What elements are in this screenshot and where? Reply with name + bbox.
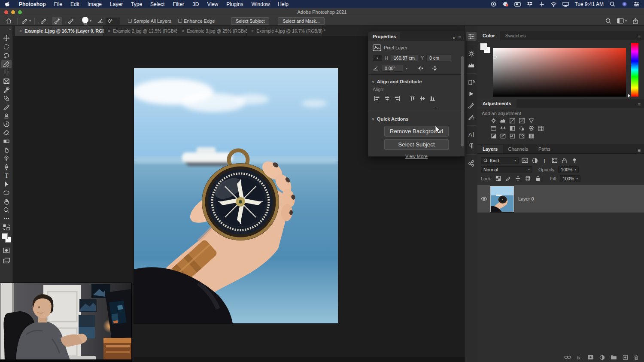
clone-stamp-tool[interactable] [1, 111, 12, 120]
menu-clock[interactable]: Tue 9:41 AM [574, 1, 604, 7]
wifi-icon[interactable] [550, 1, 557, 7]
view-more-link[interactable]: View More [368, 154, 465, 159]
collapse-tools-icon[interactable]: » [9, 27, 11, 31]
menu-type[interactable]: Type [131, 1, 142, 7]
quick-select-subject-button[interactable]: Select Subject [384, 139, 449, 150]
adjustment-color-balance-icon[interactable] [500, 125, 506, 131]
smudge-tool[interactable] [1, 146, 12, 154]
adjustment-invert-icon[interactable] [490, 133, 497, 139]
adjustment-color-lookup-icon[interactable] [538, 125, 544, 131]
adjustment-hue-saturation-icon[interactable] [490, 125, 497, 131]
airplay-icon[interactable] [562, 1, 569, 7]
dropbox-icon[interactable] [526, 1, 533, 7]
adjustment-black-white-icon[interactable] [509, 125, 516, 131]
tab-layers[interactable]: Layers [477, 145, 503, 153]
properties-panel-icon[interactable] [466, 32, 477, 41]
swap-colors-icon[interactable] [1, 223, 12, 231]
align-distribute-section-header[interactable]: ∨ Align and Distribute [368, 77, 465, 86]
brush-settings-panel-icon[interactable] [466, 101, 477, 110]
flip-vertical-icon[interactable] [431, 65, 438, 71]
sample-all-layers-checkbox[interactable]: Sample All Layers [128, 18, 171, 24]
menu-window[interactable]: Window [252, 1, 270, 7]
new-adjustment-layer-icon[interactable] [599, 355, 605, 361]
shape-tool[interactable] [1, 189, 12, 197]
tab-channels[interactable]: Channels [503, 145, 533, 153]
home-icon[interactable] [3, 17, 14, 25]
layer-visibility-eye-icon[interactable] [477, 197, 490, 201]
y-position-field[interactable]: 0 cm [426, 55, 451, 61]
control-center-icon[interactable] [633, 1, 640, 7]
display-icon[interactable] [514, 1, 521, 7]
histogram-panel-icon[interactable] [466, 61, 477, 70]
panel-menu-icon[interactable]: ≡ [638, 147, 641, 153]
share-icon[interactable] [630, 17, 641, 25]
align-left-edges-icon[interactable] [373, 95, 382, 101]
marquee-tool[interactable] [1, 43, 12, 51]
actions-panel-icon[interactable] [466, 89, 477, 98]
spotlight-icon[interactable] [609, 1, 616, 7]
hue-slider-handle[interactable] [628, 94, 630, 97]
tab-color[interactable]: Color [477, 31, 500, 40]
menu-edit[interactable]: Edit [70, 1, 79, 7]
collapse-panel-icon[interactable]: » [453, 35, 456, 41]
character-panel-icon[interactable]: A [466, 130, 477, 139]
transform-collapse-chevron[interactable]: ▾ [373, 55, 382, 61]
properties-scrollbar[interactable] [461, 56, 464, 146]
panel-menu-icon[interactable]: ≡ [638, 102, 641, 108]
close-icon[interactable]: × [251, 28, 254, 33]
add-to-selection-brush-icon[interactable] [52, 17, 62, 25]
align-horizontal-centers-icon[interactable] [383, 95, 392, 101]
layer-style-fx-icon[interactable]: fx. [577, 355, 582, 360]
adjustment-channel-mixer-icon[interactable] [528, 125, 535, 131]
gradient-tool[interactable] [1, 137, 12, 146]
tab-example-2[interactable]: × Example 2.jpg @ 12.5% (RGB/8) * [103, 26, 177, 36]
menu-plugins[interactable]: Plugins [226, 1, 243, 7]
tab-example-4[interactable]: × Example 4.jpg @ 16.7% (RGB/8) * [247, 26, 322, 36]
brush-tool[interactable] [1, 103, 12, 111]
opacity-field[interactable]: 100% ▾ [558, 166, 579, 173]
record-icon[interactable] [490, 1, 497, 7]
menu-view[interactable]: View [207, 1, 218, 7]
quick-mask-mode-icon[interactable] [1, 246, 12, 255]
close-icon[interactable]: × [108, 28, 110, 33]
zoom-tool[interactable] [1, 206, 12, 214]
eyedropper-tool[interactable] [1, 85, 12, 94]
lock-pixels-icon[interactable] [504, 176, 512, 181]
eraser-tool[interactable] [1, 128, 12, 137]
adjustment-levels-icon[interactable] [500, 118, 506, 124]
tab-example-1[interactable]: × Example 1.jpg @ 16.7% (Layer 0, RGB/8)… [15, 26, 103, 36]
close-icon[interactable]: × [182, 28, 184, 33]
foreground-color-swatch[interactable] [480, 43, 487, 50]
layer-name[interactable]: Layer 0 [518, 196, 534, 201]
tool-preset-picker[interactable]: ▾ [21, 18, 31, 24]
close-icon[interactable]: × [19, 28, 22, 33]
hand-tool[interactable] [1, 197, 12, 206]
chevron-down-icon[interactable]: ▾ [406, 67, 407, 70]
filter-shape-layers-icon[interactable] [551, 158, 558, 163]
adjustment-vibrance-icon[interactable] [528, 118, 535, 124]
select-subject-button[interactable]: Select Subject [231, 17, 269, 25]
plus-menu-icon[interactable] [538, 1, 545, 7]
align-more-options-icon[interactable]: … [368, 104, 465, 109]
libraries-panel-icon[interactable] [466, 158, 477, 167]
filter-type-layers-icon[interactable]: T [541, 158, 548, 163]
color-picker-handle[interactable] [493, 55, 497, 59]
adjustment-threshold-icon[interactable] [509, 133, 516, 139]
panel-menu-icon[interactable]: ≡ [458, 35, 461, 41]
adjustment-brightness-contrast-icon[interactable] [490, 118, 497, 124]
color-foreground-background-swatches[interactable] [480, 43, 491, 54]
adjustment-exposure-icon[interactable] [519, 118, 525, 124]
tab-example-3[interactable]: × Example 3.jpg @ 25% (RGB/8) * [177, 26, 247, 36]
lock-all-icon[interactable] [534, 176, 541, 181]
menu-filter[interactable]: Filter [173, 1, 184, 7]
type-tool[interactable]: T [1, 171, 12, 180]
siri-icon[interactable] [621, 1, 628, 7]
tab-properties[interactable]: Properties [368, 32, 400, 41]
lock-position-icon[interactable] [514, 176, 522, 181]
notification-app-icon[interactable] [502, 1, 509, 7]
lasso-tool[interactable] [1, 51, 12, 60]
adjustment-selective-color-icon[interactable] [528, 133, 535, 139]
new-selection-brush-icon[interactable] [38, 17, 49, 25]
history-brush-tool[interactable] [1, 120, 12, 128]
link-layers-icon[interactable] [564, 355, 571, 360]
